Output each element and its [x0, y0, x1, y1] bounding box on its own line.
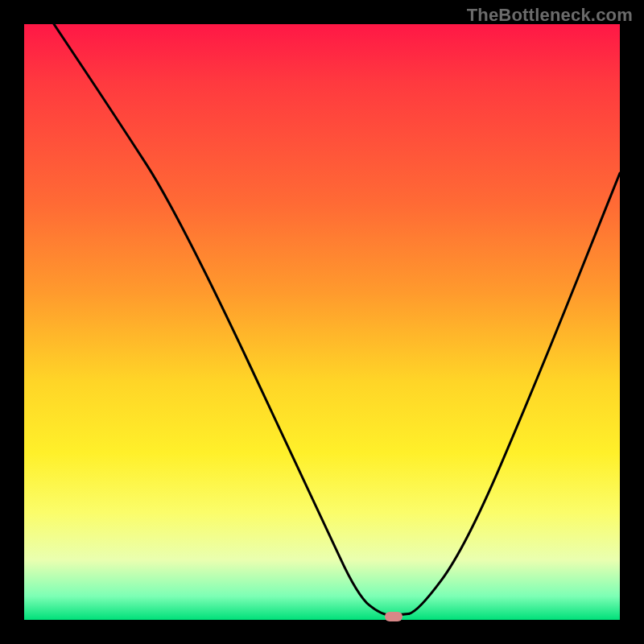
watermark-text: TheBottleneck.com: [467, 5, 633, 26]
optimal-marker: [385, 612, 402, 621]
chart-frame: TheBottleneck.com: [0, 0, 644, 644]
plot-area: [24, 24, 620, 620]
bottleneck-curve: [24, 24, 620, 620]
